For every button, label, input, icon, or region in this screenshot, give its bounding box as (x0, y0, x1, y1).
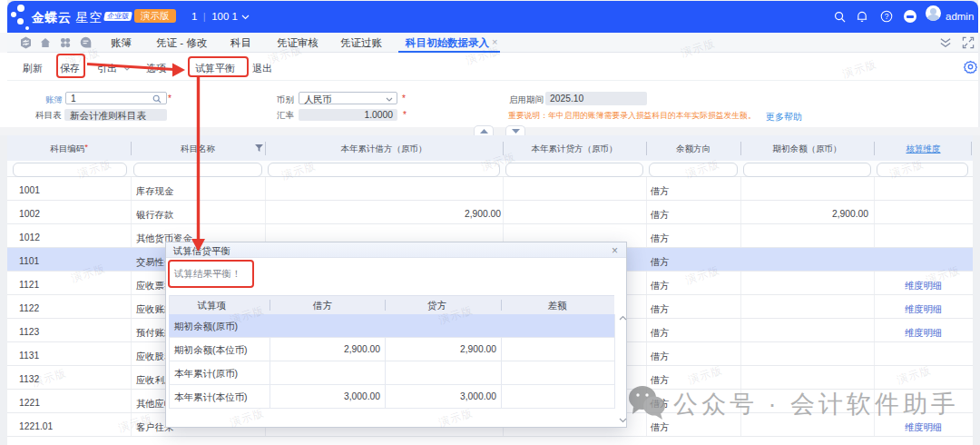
svg-text:?: ? (885, 12, 889, 21)
